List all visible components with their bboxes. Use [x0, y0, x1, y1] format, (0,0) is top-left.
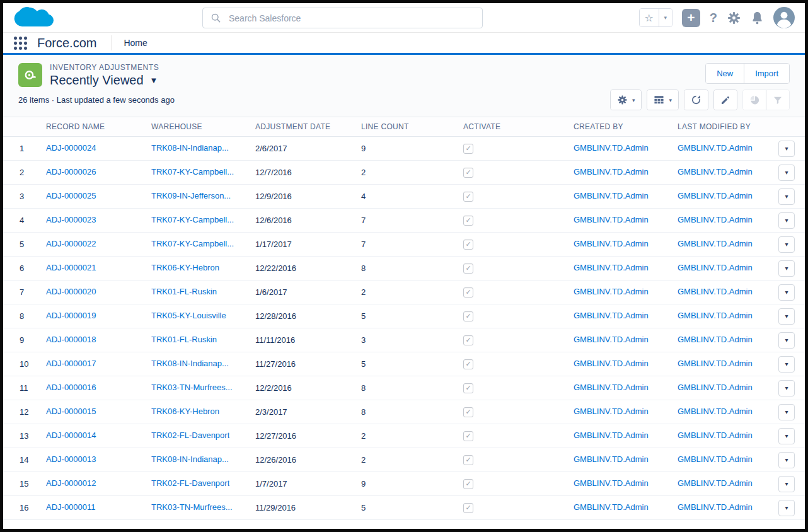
warehouse-link[interactable]: TRK01-FL-Ruskin [151, 287, 217, 296]
record-name-link[interactable]: ADJ-0000024 [46, 143, 96, 153]
row-actions-button[interactable]: ▾ [778, 212, 795, 229]
refresh-button[interactable] [684, 90, 708, 110]
activate-checkbox[interactable]: ✓ [463, 503, 473, 513]
record-name-link[interactable]: ADJ-0000014 [46, 431, 96, 440]
record-name-link[interactable]: ADJ-0000025 [46, 191, 96, 200]
last-modified-by-link[interactable]: GMBLINV.TD.Admin [678, 431, 753, 440]
last-modified-by-link[interactable]: GMBLINV.TD.Admin [678, 478, 753, 488]
row-actions-button[interactable]: ▾ [778, 236, 795, 253]
created-by-link[interactable]: GMBLINV.TD.Admin [574, 502, 649, 512]
edit-button[interactable] [714, 90, 737, 110]
column-created-by[interactable]: CREATED BY [574, 117, 678, 137]
notifications-bell-icon[interactable] [751, 11, 764, 25]
help-icon[interactable]: ? [710, 11, 717, 25]
row-actions-button[interactable]: ▾ [778, 404, 795, 420]
activate-checkbox[interactable]: ✓ [463, 287, 473, 298]
column-last-modified-by[interactable]: LAST MODIFIED BY [678, 117, 778, 137]
row-actions-button[interactable]: ▾ [778, 500, 795, 516]
warehouse-link[interactable]: TRK03-TN-Murfrees... [151, 383, 233, 392]
list-view-controls-button[interactable]: ▾ [611, 90, 642, 110]
search-input[interactable] [229, 13, 475, 23]
activate-checkbox[interactable]: ✓ [463, 407, 473, 417]
tab-home[interactable]: Home [112, 33, 158, 53]
row-actions-button[interactable]: ▾ [778, 260, 795, 277]
last-modified-by-link[interactable]: GMBLINV.TD.Admin [678, 359, 753, 368]
app-launcher-icon[interactable] [3, 33, 37, 53]
activate-checkbox[interactable]: ✓ [463, 192, 473, 202]
record-name-link[interactable]: ADJ-0000015 [46, 407, 96, 416]
row-actions-button[interactable]: ▾ [778, 380, 795, 396]
display-as-button[interactable]: ▾ [647, 90, 678, 110]
created-by-link[interactable]: GMBLINV.TD.Admin [574, 167, 649, 176]
warehouse-link[interactable]: TRK08-IN-Indianap... [151, 359, 229, 368]
row-actions-button[interactable]: ▾ [778, 356, 795, 373]
last-modified-by-link[interactable]: GMBLINV.TD.Admin [678, 383, 753, 392]
last-modified-by-link[interactable]: GMBLINV.TD.Admin [678, 454, 753, 464]
record-name-link[interactable]: ADJ-0000022 [46, 239, 96, 248]
created-by-link[interactable]: GMBLINV.TD.Admin [574, 287, 649, 296]
last-modified-by-link[interactable]: GMBLINV.TD.Admin [678, 263, 753, 272]
record-name-link[interactable]: ADJ-0000017 [46, 359, 96, 368]
column-line-count[interactable]: LINE COUNT [361, 117, 463, 137]
column-warehouse[interactable]: WAREHOUSE [151, 117, 255, 137]
column-record-name[interactable]: RECORD NAME [46, 117, 151, 137]
last-modified-by-link[interactable]: GMBLINV.TD.Admin [678, 502, 753, 512]
last-modified-by-link[interactable]: GMBLINV.TD.Admin [678, 143, 753, 153]
created-by-link[interactable]: GMBLINV.TD.Admin [574, 191, 649, 200]
created-by-link[interactable]: GMBLINV.TD.Admin [574, 215, 649, 224]
list-view-selector[interactable]: Recently Viewed ▼ [50, 73, 159, 88]
row-actions-button[interactable]: ▾ [778, 476, 795, 492]
row-actions-button[interactable]: ▾ [778, 284, 795, 301]
record-name-link[interactable]: ADJ-0000013 [46, 454, 96, 464]
record-name-link[interactable]: ADJ-0000023 [46, 215, 96, 224]
column-activate[interactable]: ACTIVATE [463, 117, 574, 137]
row-actions-button[interactable]: ▾ [778, 452, 795, 468]
activate-checkbox[interactable]: ✓ [463, 479, 473, 489]
last-modified-by-link[interactable]: GMBLINV.TD.Admin [678, 335, 753, 344]
created-by-link[interactable]: GMBLINV.TD.Admin [574, 431, 649, 440]
row-actions-button[interactable]: ▾ [778, 332, 795, 349]
activate-checkbox[interactable]: ✓ [463, 431, 473, 441]
created-by-link[interactable]: GMBLINV.TD.Admin [574, 143, 649, 153]
favorites-dropdown-icon[interactable]: ▾ [659, 9, 672, 26]
last-modified-by-link[interactable]: GMBLINV.TD.Admin [678, 239, 753, 248]
created-by-link[interactable]: GMBLINV.TD.Admin [574, 383, 649, 392]
activate-checkbox[interactable]: ✓ [463, 335, 473, 345]
created-by-link[interactable]: GMBLINV.TD.Admin [574, 239, 649, 248]
warehouse-link[interactable]: TRK06-KY-Hebron [151, 263, 219, 272]
record-name-link[interactable]: ADJ-0000026 [46, 167, 96, 176]
created-by-link[interactable]: GMBLINV.TD.Admin [574, 311, 649, 320]
new-button[interactable]: New [706, 64, 744, 83]
last-modified-by-link[interactable]: GMBLINV.TD.Admin [678, 311, 753, 320]
salesforce-logo-icon[interactable] [13, 5, 55, 30]
warehouse-link[interactable]: TRK08-IN-Indianap... [151, 143, 229, 153]
activate-checkbox[interactable]: ✓ [463, 455, 473, 465]
row-actions-button[interactable]: ▾ [778, 308, 795, 325]
warehouse-link[interactable]: TRK05-KY-Louisville [151, 311, 226, 320]
warehouse-link[interactable]: TRK07-KY-Campbell... [151, 167, 234, 176]
warehouse-link[interactable]: TRK07-KY-Campbell... [151, 215, 234, 224]
record-name-link[interactable]: ADJ-0000021 [46, 263, 96, 272]
setup-gear-icon[interactable] [727, 11, 741, 25]
record-name-link[interactable]: ADJ-0000016 [46, 383, 96, 392]
warehouse-link[interactable]: TRK02-FL-Davenport [151, 478, 229, 488]
activate-checkbox[interactable]: ✓ [463, 263, 473, 274]
created-by-link[interactable]: GMBLINV.TD.Admin [574, 454, 649, 464]
record-name-link[interactable]: ADJ-0000019 [46, 311, 96, 320]
created-by-link[interactable]: GMBLINV.TD.Admin [574, 335, 649, 344]
row-actions-button[interactable]: ▾ [778, 165, 795, 181]
created-by-link[interactable]: GMBLINV.TD.Admin [574, 263, 649, 272]
last-modified-by-link[interactable]: GMBLINV.TD.Admin [678, 191, 753, 200]
last-modified-by-link[interactable]: GMBLINV.TD.Admin [678, 167, 753, 176]
row-actions-button[interactable]: ▾ [778, 428, 795, 444]
warehouse-link[interactable]: TRK06-KY-Hebron [151, 407, 219, 416]
favorite-star-icon[interactable]: ☆ [640, 9, 659, 26]
activate-checkbox[interactable]: ✓ [463, 359, 473, 369]
activate-checkbox[interactable]: ✓ [463, 311, 473, 321]
activate-checkbox[interactable]: ✓ [463, 144, 473, 154]
warehouse-link[interactable]: TRK03-TN-Murfrees... [151, 502, 233, 512]
record-name-link[interactable]: ADJ-0000011 [46, 502, 96, 512]
created-by-link[interactable]: GMBLINV.TD.Admin [574, 359, 649, 368]
warehouse-link[interactable]: TRK07-KY-Campbell... [151, 239, 234, 248]
last-modified-by-link[interactable]: GMBLINV.TD.Admin [678, 287, 753, 296]
